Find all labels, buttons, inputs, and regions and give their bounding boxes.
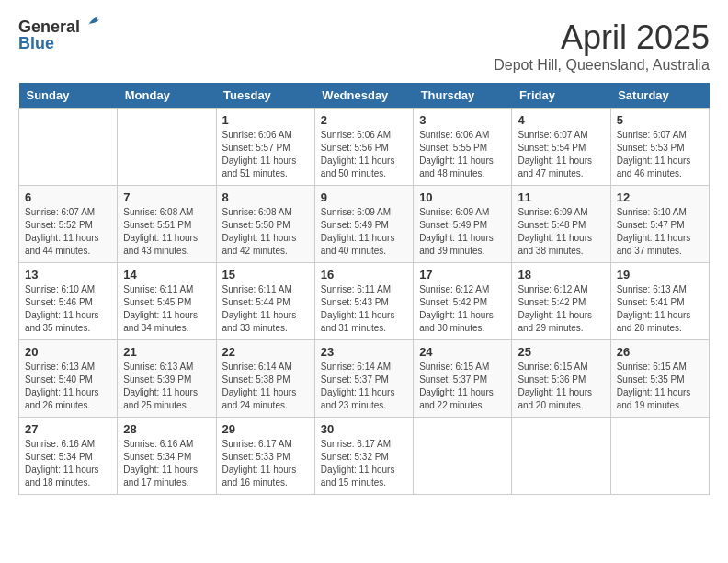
day-info: Sunrise: 6:06 AM Sunset: 5:57 PM Dayligh… bbox=[222, 129, 309, 180]
day-info: Sunrise: 6:07 AM Sunset: 5:54 PM Dayligh… bbox=[518, 129, 604, 180]
calendar-day-cell: 21Sunrise: 6:13 AM Sunset: 5:39 PM Dayli… bbox=[118, 340, 216, 418]
day-info: Sunrise: 6:15 AM Sunset: 5:35 PM Dayligh… bbox=[617, 361, 703, 412]
calendar-day-cell: 30Sunrise: 6:17 AM Sunset: 5:32 PM Dayli… bbox=[314, 418, 413, 495]
calendar-day-header: Sunday bbox=[19, 83, 118, 109]
month-title: April 2025 bbox=[494, 18, 710, 57]
day-info: Sunrise: 6:16 AM Sunset: 5:34 PM Dayligh… bbox=[123, 438, 210, 489]
calendar-day-cell: 19Sunrise: 6:13 AM Sunset: 5:41 PM Dayli… bbox=[610, 263, 709, 340]
day-number: 23 bbox=[321, 345, 407, 359]
day-info: Sunrise: 6:08 AM Sunset: 5:50 PM Dayligh… bbox=[222, 206, 309, 258]
day-info: Sunrise: 6:08 AM Sunset: 5:51 PM Dayligh… bbox=[123, 206, 210, 258]
calendar-week-row: 1Sunrise: 6:06 AM Sunset: 5:57 PM Daylig… bbox=[19, 109, 710, 186]
calendar-day-cell bbox=[610, 418, 709, 495]
day-number: 16 bbox=[321, 268, 407, 282]
day-number: 7 bbox=[123, 190, 210, 204]
day-info: Sunrise: 6:14 AM Sunset: 5:37 PM Dayligh… bbox=[321, 361, 407, 412]
calendar-day-cell: 28Sunrise: 6:16 AM Sunset: 5:34 PM Dayli… bbox=[118, 418, 216, 495]
calendar-day-cell bbox=[19, 109, 118, 186]
calendar-day-header: Monday bbox=[118, 83, 216, 109]
day-info: Sunrise: 6:09 AM Sunset: 5:49 PM Dayligh… bbox=[321, 206, 407, 258]
calendar-week-row: 20Sunrise: 6:13 AM Sunset: 5:40 PM Dayli… bbox=[19, 340, 710, 418]
day-number: 28 bbox=[123, 422, 210, 436]
day-info: Sunrise: 6:16 AM Sunset: 5:34 PM Dayligh… bbox=[25, 438, 111, 489]
calendar-day-cell: 6Sunrise: 6:07 AM Sunset: 5:52 PM Daylig… bbox=[19, 186, 118, 263]
calendar-header-row: SundayMondayTuesdayWednesdayThursdayFrid… bbox=[19, 83, 710, 109]
calendar-day-cell: 11Sunrise: 6:09 AM Sunset: 5:48 PM Dayli… bbox=[512, 186, 610, 263]
day-info: Sunrise: 6:13 AM Sunset: 5:40 PM Dayligh… bbox=[25, 361, 111, 412]
calendar-day-cell: 8Sunrise: 6:08 AM Sunset: 5:50 PM Daylig… bbox=[216, 186, 314, 263]
day-number: 20 bbox=[25, 345, 111, 359]
day-number: 24 bbox=[419, 345, 506, 359]
calendar-day-cell: 17Sunrise: 6:12 AM Sunset: 5:42 PM Dayli… bbox=[414, 263, 512, 340]
calendar-day-cell: 5Sunrise: 6:07 AM Sunset: 5:53 PM Daylig… bbox=[610, 109, 709, 186]
day-info: Sunrise: 6:07 AM Sunset: 5:53 PM Dayligh… bbox=[617, 129, 703, 180]
calendar-day-cell: 27Sunrise: 6:16 AM Sunset: 5:34 PM Dayli… bbox=[19, 418, 118, 495]
calendar-week-row: 27Sunrise: 6:16 AM Sunset: 5:34 PM Dayli… bbox=[19, 418, 710, 495]
day-info: Sunrise: 6:15 AM Sunset: 5:37 PM Dayligh… bbox=[419, 361, 506, 412]
calendar-day-header: Friday bbox=[512, 83, 610, 109]
calendar-day-header: Saturday bbox=[610, 83, 709, 109]
day-number: 3 bbox=[419, 113, 506, 127]
day-info: Sunrise: 6:07 AM Sunset: 5:52 PM Dayligh… bbox=[25, 206, 111, 258]
day-number: 10 bbox=[419, 190, 506, 204]
calendar-day-cell: 20Sunrise: 6:13 AM Sunset: 5:40 PM Dayli… bbox=[19, 340, 118, 418]
day-info: Sunrise: 6:09 AM Sunset: 5:49 PM Dayligh… bbox=[419, 206, 506, 258]
calendar-day-cell: 4Sunrise: 6:07 AM Sunset: 5:54 PM Daylig… bbox=[512, 109, 610, 186]
calendar-day-cell: 13Sunrise: 6:10 AM Sunset: 5:46 PM Dayli… bbox=[19, 263, 118, 340]
location-label: Depot Hill, Queensland, Australia bbox=[494, 57, 710, 74]
calendar-day-cell: 23Sunrise: 6:14 AM Sunset: 5:37 PM Dayli… bbox=[314, 340, 413, 418]
logo-blue-text: Blue bbox=[18, 35, 54, 52]
day-number: 30 bbox=[321, 422, 407, 436]
logo-bird-icon bbox=[82, 13, 102, 33]
day-info: Sunrise: 6:11 AM Sunset: 5:43 PM Dayligh… bbox=[321, 283, 407, 335]
logo-general-text: General bbox=[18, 18, 80, 35]
calendar-day-cell bbox=[512, 418, 610, 495]
calendar-day-cell: 10Sunrise: 6:09 AM Sunset: 5:49 PM Dayli… bbox=[414, 186, 512, 263]
calendar-day-cell: 29Sunrise: 6:17 AM Sunset: 5:33 PM Dayli… bbox=[216, 418, 314, 495]
calendar-day-cell: 9Sunrise: 6:09 AM Sunset: 5:49 PM Daylig… bbox=[314, 186, 413, 263]
day-number: 2 bbox=[321, 113, 407, 127]
day-number: 18 bbox=[518, 268, 604, 282]
day-info: Sunrise: 6:09 AM Sunset: 5:48 PM Dayligh… bbox=[518, 206, 604, 258]
calendar-day-cell: 15Sunrise: 6:11 AM Sunset: 5:44 PM Dayli… bbox=[216, 263, 314, 340]
day-number: 6 bbox=[25, 190, 111, 204]
day-info: Sunrise: 6:10 AM Sunset: 5:46 PM Dayligh… bbox=[25, 283, 111, 335]
day-info: Sunrise: 6:06 AM Sunset: 5:56 PM Dayligh… bbox=[321, 129, 407, 180]
day-number: 11 bbox=[518, 190, 604, 204]
day-info: Sunrise: 6:10 AM Sunset: 5:47 PM Dayligh… bbox=[617, 206, 703, 258]
day-number: 12 bbox=[617, 190, 703, 204]
day-info: Sunrise: 6:15 AM Sunset: 5:36 PM Dayligh… bbox=[518, 361, 604, 412]
calendar-day-cell: 18Sunrise: 6:12 AM Sunset: 5:42 PM Dayli… bbox=[512, 263, 610, 340]
day-info: Sunrise: 6:13 AM Sunset: 5:39 PM Dayligh… bbox=[123, 361, 210, 412]
page-header: General Blue April 2025 Depot Hill, Quee… bbox=[18, 18, 710, 74]
calendar-day-cell: 12Sunrise: 6:10 AM Sunset: 5:47 PM Dayli… bbox=[610, 186, 709, 263]
day-info: Sunrise: 6:12 AM Sunset: 5:42 PM Dayligh… bbox=[518, 283, 604, 335]
calendar-table: SundayMondayTuesdayWednesdayThursdayFrid… bbox=[18, 83, 710, 495]
calendar-day-header: Thursday bbox=[414, 83, 512, 109]
calendar-day-cell: 2Sunrise: 6:06 AM Sunset: 5:56 PM Daylig… bbox=[314, 109, 413, 186]
day-number: 26 bbox=[617, 345, 703, 359]
calendar-day-cell: 3Sunrise: 6:06 AM Sunset: 5:55 PM Daylig… bbox=[414, 109, 512, 186]
day-number: 9 bbox=[321, 190, 407, 204]
calendar-day-cell: 22Sunrise: 6:14 AM Sunset: 5:38 PM Dayli… bbox=[216, 340, 314, 418]
day-number: 4 bbox=[518, 113, 604, 127]
day-number: 22 bbox=[222, 345, 309, 359]
logo: General Blue bbox=[18, 18, 102, 52]
day-number: 15 bbox=[222, 268, 309, 282]
day-info: Sunrise: 6:12 AM Sunset: 5:42 PM Dayligh… bbox=[419, 283, 506, 335]
day-info: Sunrise: 6:13 AM Sunset: 5:41 PM Dayligh… bbox=[617, 283, 703, 335]
day-info: Sunrise: 6:14 AM Sunset: 5:38 PM Dayligh… bbox=[222, 361, 309, 412]
calendar-day-cell: 1Sunrise: 6:06 AM Sunset: 5:57 PM Daylig… bbox=[216, 109, 314, 186]
calendar-day-cell bbox=[414, 418, 512, 495]
calendar-day-cell: 24Sunrise: 6:15 AM Sunset: 5:37 PM Dayli… bbox=[414, 340, 512, 418]
day-number: 14 bbox=[123, 268, 210, 282]
day-number: 1 bbox=[222, 113, 309, 127]
day-number: 19 bbox=[617, 268, 703, 282]
calendar-day-header: Tuesday bbox=[216, 83, 314, 109]
calendar-week-row: 13Sunrise: 6:10 AM Sunset: 5:46 PM Dayli… bbox=[19, 263, 710, 340]
calendar-day-cell: 16Sunrise: 6:11 AM Sunset: 5:43 PM Dayli… bbox=[314, 263, 413, 340]
calendar-day-cell bbox=[118, 109, 216, 186]
calendar-week-row: 6Sunrise: 6:07 AM Sunset: 5:52 PM Daylig… bbox=[19, 186, 710, 263]
calendar-day-cell: 7Sunrise: 6:08 AM Sunset: 5:51 PM Daylig… bbox=[118, 186, 216, 263]
calendar-day-cell: 25Sunrise: 6:15 AM Sunset: 5:36 PM Dayli… bbox=[512, 340, 610, 418]
